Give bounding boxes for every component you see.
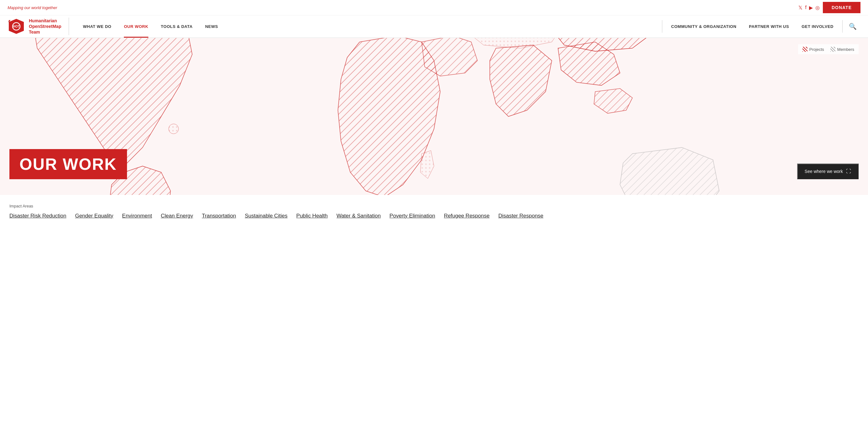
our-work-title: OUR WORK: [20, 155, 117, 174]
instagram-icon[interactable]: ◎: [815, 5, 820, 11]
legend-projects-label: Projects: [809, 47, 824, 52]
impact-link-poverty[interactable]: Poverty Elimination: [390, 213, 435, 219]
nav-what-we-do[interactable]: WHAT WE DO: [76, 15, 118, 38]
impact-section: Impact Areas Disaster Risk Reduction Gen…: [0, 195, 868, 225]
nav-divider: [662, 20, 662, 33]
youtube-icon[interactable]: ▶: [809, 5, 813, 11]
impact-links: Disaster Risk Reduction Gender Equality …: [9, 213, 859, 219]
impact-link-disaster-risk[interactable]: Disaster Risk Reduction: [9, 213, 66, 219]
top-bar: Mapping our world together 𝕏 f ▶ ◎ DONAT…: [0, 0, 868, 16]
svg-text:HOT: HOT: [13, 25, 20, 28]
hot-logo: HOT: [7, 18, 25, 35]
logo-text: Humanitarian OpenStreetMap Team: [29, 18, 61, 35]
top-bar-right: 𝕏 f ▶ ◎ DONATE: [798, 2, 861, 13]
members-swatch: [830, 47, 835, 52]
nav-get-involved[interactable]: GET INVOLVED: [795, 15, 840, 38]
legend-projects: Projects: [802, 47, 824, 52]
impact-link-water[interactable]: Water & Sanitation: [337, 213, 381, 219]
impact-link-public-health[interactable]: Public Health: [296, 213, 328, 219]
see-where-label: See where we work: [805, 169, 843, 174]
impact-link-sustainable-cities[interactable]: Sustainable Cities: [245, 213, 287, 219]
legend-members-label: Members: [837, 47, 854, 52]
legend-members: Members: [830, 47, 854, 52]
our-work-banner: OUR WORK: [9, 149, 127, 179]
nav-divider-2: [842, 20, 843, 33]
world-map-container: [0, 38, 868, 195]
impact-link-transportation[interactable]: Transportation: [202, 213, 236, 219]
impact-link-refugee[interactable]: Refugee Response: [444, 213, 490, 219]
nav-links-primary: WHAT WE DO OUR WORK TOOLS & DATA NEWS: [76, 15, 659, 38]
impact-link-gender[interactable]: Gender Equality: [75, 213, 113, 219]
facebook-icon[interactable]: f: [805, 5, 806, 10]
donate-button[interactable]: DONATE: [823, 2, 861, 13]
tagline: Mapping our world together: [7, 5, 57, 10]
expand-icon: ⛶: [846, 169, 851, 174]
nav-community[interactable]: COMMUNITY & ORGANIZATION: [665, 15, 743, 38]
logo-area[interactable]: HOT Humanitarian OpenStreetMap Team: [7, 18, 69, 35]
map-legend: Projects Members: [798, 44, 859, 54]
twitter-icon[interactable]: 𝕏: [798, 5, 802, 11]
hero-section: Projects Members OUR WORK See where we w…: [0, 38, 868, 195]
main-nav: HOT Humanitarian OpenStreetMap Team WHAT…: [0, 16, 868, 38]
impact-link-disaster-response[interactable]: Disaster Response: [498, 213, 544, 219]
nav-tools-data[interactable]: TOOLS & DATA: [155, 15, 199, 38]
svg-point-9: [169, 124, 179, 134]
nav-links-secondary: COMMUNITY & ORGANIZATION PARTNER WITH US…: [665, 15, 861, 38]
impact-link-clean-energy[interactable]: Clean Energy: [161, 213, 193, 219]
impact-label: Impact Areas: [9, 204, 859, 208]
nav-our-work[interactable]: OUR WORK: [118, 15, 155, 38]
search-icon[interactable]: 🔍: [845, 23, 861, 30]
nav-news[interactable]: NEWS: [199, 15, 224, 38]
world-map-svg: [0, 38, 868, 195]
impact-link-environment[interactable]: Environment: [122, 213, 152, 219]
projects-swatch: [802, 47, 807, 52]
nav-partner[interactable]: PARTNER WITH US: [743, 15, 795, 38]
see-where-we-work-button[interactable]: See where we work ⛶: [797, 164, 859, 179]
social-icons: 𝕏 f ▶ ◎: [798, 5, 819, 11]
